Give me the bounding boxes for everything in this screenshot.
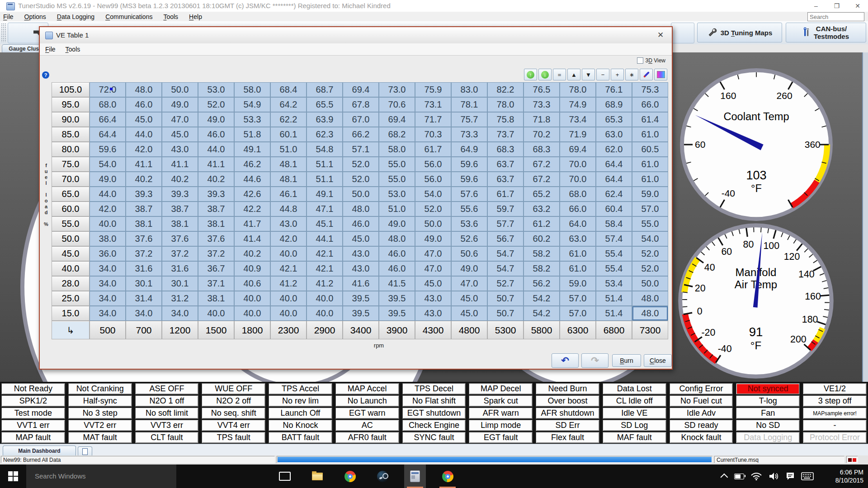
help-icon[interactable]: ? — [42, 71, 49, 79]
ve-cell[interactable]: 76.1 — [596, 82, 632, 97]
ve-cell[interactable]: 82.2 — [487, 82, 524, 97]
ve-cell[interactable]: 48.1 — [270, 172, 307, 187]
ve-cell[interactable]: 38.1 — [126, 216, 162, 231]
ve-cell[interactable]: 69.4 — [560, 142, 596, 157]
ve-cell[interactable]: 51.4 — [596, 306, 632, 321]
ve-cell[interactable]: 41.1 — [126, 157, 162, 172]
ve-cell[interactable]: 44.0 — [90, 187, 126, 202]
ve-cell[interactable]: 34.0 — [90, 306, 126, 321]
ve-cell[interactable]: 42.0 — [270, 231, 307, 246]
ve-cell[interactable]: 61.2 — [524, 216, 560, 231]
search-input[interactable] — [807, 12, 864, 21]
ve-cell[interactable]: 50.7 — [487, 291, 524, 306]
ve-cell[interactable]: 45.1 — [307, 216, 343, 231]
ve-cell[interactable]: 52.7 — [487, 276, 524, 291]
ve-cell[interactable]: 52.0 — [198, 97, 234, 112]
ve-cell[interactable]: 54.0 — [415, 187, 451, 202]
ve-cell[interactable]: 40.6 — [234, 276, 270, 291]
ve-cell[interactable]: 37.2 — [162, 246, 198, 261]
ve-cell[interactable]: 48.0 — [632, 306, 668, 321]
rpm-header-cell[interactable]: 2900 — [307, 321, 343, 339]
ve-cell[interactable]: 62.0 — [596, 142, 632, 157]
ve-cell[interactable]: 63.9 — [307, 112, 343, 127]
load-header-cell[interactable]: 95.0 — [52, 97, 90, 112]
ve-cell[interactable]: 45.0 — [343, 231, 379, 246]
ve-cell[interactable]: 57.6 — [451, 187, 487, 202]
ve-cell[interactable]: 52.0 — [632, 246, 668, 261]
battery-icon[interactable] — [734, 474, 744, 479]
ve-cell[interactable]: 43.0 — [270, 216, 307, 231]
ve-cell[interactable]: 51.1 — [307, 157, 343, 172]
ve-cell[interactable]: 54.8 — [307, 142, 343, 157]
ve-cell[interactable]: 44.8 — [270, 202, 307, 216]
ve-cell[interactable]: 55.6 — [451, 202, 487, 216]
ve-cell[interactable]: 43.0 — [415, 306, 451, 321]
gradient-icon[interactable] — [654, 69, 667, 80]
ve-cell[interactable]: 38.7 — [126, 202, 162, 216]
ve-cell[interactable]: 37.2 — [198, 246, 234, 261]
ve-cell[interactable]: 44.0 — [126, 127, 162, 142]
ve-cell[interactable]: 66.4 — [90, 112, 126, 127]
ve-cell[interactable]: 69.4 — [379, 112, 415, 127]
menu-help[interactable]: Help — [184, 13, 208, 20]
ve-cell[interactable]: 50.0 — [162, 82, 198, 97]
ve-cell[interactable]: 37.6 — [162, 231, 198, 246]
ve-cell[interactable]: 70.3 — [415, 127, 451, 142]
ve-cell[interactable]: 49.0 — [162, 97, 198, 112]
ve-cell[interactable]: 61.0 — [632, 172, 668, 187]
rpm-header-cell[interactable]: 1800 — [234, 321, 270, 339]
taskbar-search[interactable]: Search Windows — [26, 465, 176, 488]
ve-cell[interactable]: 55.0 — [632, 216, 668, 231]
ve-cell[interactable]: 52.0 — [343, 172, 379, 187]
ve-cell[interactable]: 59.0 — [560, 276, 596, 291]
ve-cell[interactable]: 37.2 — [126, 246, 162, 261]
ve-cell[interactable]: 64.4 — [90, 127, 126, 142]
ve-cell[interactable]: 75.3 — [632, 82, 668, 97]
ve-cell[interactable]: 52.0 — [632, 261, 668, 276]
ve-cell[interactable]: 66.0 — [560, 202, 596, 216]
ve-cell[interactable]: 46.0 — [126, 97, 162, 112]
ve-cell[interactable]: 67.2 — [524, 172, 560, 187]
ve-cell[interactable]: 41.2 — [270, 276, 307, 291]
ve-cell[interactable]: 70.6 — [379, 97, 415, 112]
ve-cell[interactable]: 48.0 — [343, 202, 379, 216]
rpm-header-cell[interactable]: 2300 — [270, 321, 307, 339]
ve-cell[interactable]: 71.8 — [524, 112, 560, 127]
ve-cell[interactable]: 66.2 — [343, 127, 379, 142]
ve-cell[interactable]: 75.8 — [487, 112, 524, 127]
ve-cell[interactable]: 58.4 — [596, 216, 632, 231]
ve-cell[interactable]: 58.2 — [524, 246, 560, 261]
ve-cell[interactable]: 37.6 — [198, 231, 234, 246]
task-view-button-taskbar-button[interactable] — [274, 465, 296, 488]
ve-cell[interactable]: 40.2 — [162, 172, 198, 187]
ve-cell[interactable]: 61.0 — [560, 246, 596, 261]
ve-cell[interactable]: 47.0 — [162, 112, 198, 127]
load-header-cell[interactable]: 55.0 — [52, 216, 90, 231]
ve-cell[interactable]: 68.0 — [560, 187, 596, 202]
load-header-cell[interactable]: 15.0 — [52, 306, 90, 321]
load-header-cell[interactable]: 80.0 — [52, 142, 90, 157]
ve-cell[interactable]: 66.0 — [632, 97, 668, 112]
ve-cell[interactable]: 38.1 — [162, 216, 198, 231]
rpm-header-cell[interactable]: 6300 — [560, 321, 596, 339]
ve-cell[interactable]: 73.7 — [487, 127, 524, 142]
ve-cell[interactable]: 40.0 — [234, 306, 270, 321]
ve-cell[interactable]: 65.5 — [307, 97, 343, 112]
ve-cell[interactable]: 56.7 — [487, 231, 524, 246]
ve-cell[interactable]: 53.4 — [596, 276, 632, 291]
ve-cell[interactable]: 49.0 — [451, 261, 487, 276]
ve-cell[interactable]: 41.7 — [234, 216, 270, 231]
menu-tools[interactable]: Tools — [158, 13, 184, 20]
ve-cell[interactable]: 47.1 — [307, 202, 343, 216]
ve-cell[interactable]: 55.0 — [379, 157, 415, 172]
ve-cell[interactable]: 76.5 — [524, 82, 560, 97]
volume-icon[interactable] — [769, 471, 779, 481]
ve-cell[interactable]: 34.0 — [90, 276, 126, 291]
ve-cell[interactable]: 48.0 — [126, 82, 162, 97]
ve-cell[interactable]: 39.5 — [343, 291, 379, 306]
ve-cell[interactable]: 60.2 — [524, 231, 560, 246]
ve-cell[interactable]: 61.0 — [560, 261, 596, 276]
ve-cell[interactable]: 44.0 — [198, 142, 234, 157]
ve-cell[interactable]: 51.0 — [379, 202, 415, 216]
ve-cell[interactable]: 59.6 — [451, 157, 487, 172]
